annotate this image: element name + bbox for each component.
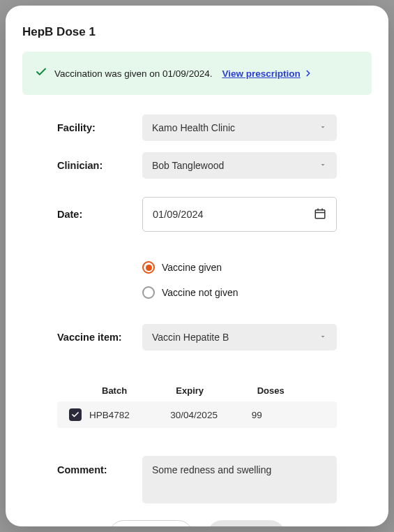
radio-not-given-label: Vaccine not given [162, 287, 238, 298]
radio-vaccine-given[interactable]: Vaccine given [142, 261, 337, 274]
vaccine-item-row: Vaccine item: Vaccin Hepatite B [57, 324, 337, 350]
date-label: Date: [57, 209, 134, 220]
modal-title: HepB Dose 1 [22, 25, 372, 39]
check-icon [71, 411, 79, 419]
radio-icon [142, 286, 155, 299]
comment-textarea[interactable] [142, 456, 337, 503]
facility-value: Kamo Health Clinic [152, 122, 235, 133]
view-prescription-link[interactable]: View prescription [222, 68, 312, 79]
facility-row: Facility: Kamo Health Clinic [57, 114, 337, 141]
vaccination-modal: HepB Dose 1 Vaccination was given on 01/… [6, 6, 388, 526]
clinician-label: Clinician: [57, 160, 134, 171]
date-value: 01/09/2024 [153, 209, 204, 220]
notice-link-label: View prescription [222, 68, 300, 79]
table-row[interactable]: HPB4782 30/04/2025 99 [57, 401, 337, 428]
svg-rect-0 [315, 209, 325, 218]
radio-vaccine-not-given[interactable]: Vaccine not given [142, 286, 337, 299]
clinician-value: Bob Tanglewood [152, 160, 224, 171]
clinician-select[interactable]: Bob Tanglewood [142, 152, 337, 179]
chevron-right-icon [303, 68, 313, 78]
vaccine-item-value: Vaccin Hepatite B [152, 332, 229, 343]
comment-label: Comment: [57, 456, 134, 475]
comment-row: Comment: [57, 456, 337, 503]
batch-table-header: . Batch Expiry Doses [57, 385, 337, 401]
notice-banner: Vaccination was given on 01/09/2024. Vie… [22, 52, 372, 95]
vaccine-item-select[interactable]: Vaccin Hepatite B [142, 324, 337, 350]
check-icon [35, 66, 47, 81]
chevron-down-icon [319, 122, 327, 133]
batch-checkbox[interactable] [69, 408, 82, 421]
modal-footer: Cancel OK [22, 503, 372, 526]
batch-header-batch: Batch [89, 385, 170, 396]
ok-button[interactable]: OK [207, 520, 285, 526]
vaccine-status-radio-group: Vaccine given Vaccine not given [57, 261, 337, 299]
clinician-row: Clinician: Bob Tanglewood [57, 152, 337, 179]
date-input[interactable]: 01/09/2024 [142, 197, 337, 232]
batch-header-doses: Doses [252, 385, 333, 396]
radio-icon [142, 261, 155, 274]
date-row: Date: 01/09/2024 [57, 197, 337, 232]
facility-select[interactable]: Kamo Health Clinic [142, 114, 337, 141]
facility-label: Facility: [57, 122, 134, 133]
vaccine-item-label: Vaccine item: [57, 332, 134, 343]
notice-text: Vaccination was given on 01/09/2024. [54, 68, 212, 79]
batch-cell-expiry: 30/04/2025 [170, 410, 251, 420]
calendar-icon [314, 207, 326, 222]
batch-header-expiry: Expiry [170, 385, 251, 396]
batch-cell-doses: 99 [252, 410, 333, 420]
chevron-down-icon [319, 160, 327, 171]
batch-table: . Batch Expiry Doses HPB4782 30/04/2025 … [57, 385, 337, 428]
batch-cell-batch: HPB4782 [89, 410, 170, 420]
cancel-button[interactable]: Cancel [109, 520, 193, 526]
chevron-down-icon [319, 332, 327, 343]
radio-given-label: Vaccine given [162, 262, 222, 273]
form-section: Facility: Kamo Health Clinic Clinician: … [22, 114, 372, 503]
